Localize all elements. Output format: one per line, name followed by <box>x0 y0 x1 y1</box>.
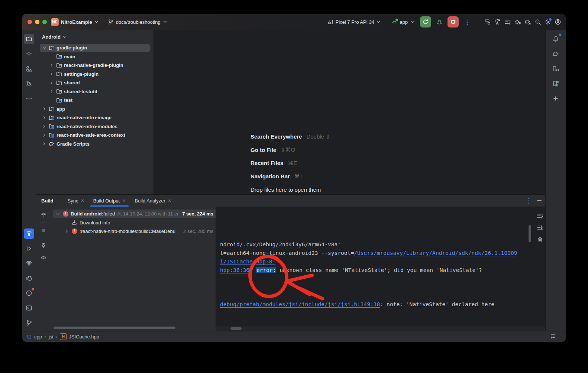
tool-window-button-more-tools[interactable] <box>22 91 36 106</box>
gradlesm-icon <box>49 141 55 147</box>
branch-icon <box>108 19 114 25</box>
debug-button[interactable] <box>434 17 445 27</box>
hide-panel-button[interactable] <box>537 200 542 201</box>
breadcrumb-cpp[interactable]: cpp <box>27 334 42 340</box>
tool-window-button-device-manager[interactable] <box>546 76 566 91</box>
tool-window-button-run[interactable] <box>22 241 36 256</box>
tool-window-button-commit[interactable] <box>22 46 36 61</box>
project-tree-item-react-native-nitro-image[interactable]: react-native-nitro-image <box>36 113 154 122</box>
project-tree-item-react-native-gradle-plugin[interactable]: react-native-gradle-plugin <box>36 61 154 70</box>
project-tree-item-app[interactable]: app <box>36 105 154 114</box>
horizontal-scrollbar[interactable] <box>54 327 175 329</box>
project-tree-item-test[interactable]: test <box>36 96 154 105</box>
tree-item-label: test <box>64 97 72 103</box>
more-actions-menu[interactable]: ⋮ <box>462 19 472 25</box>
device-selector[interactable]: Pixel 7 Pro API 34 <box>325 17 384 26</box>
tool-window-button-problems[interactable] <box>22 286 36 301</box>
vertical-scrollbar[interactable] <box>529 225 531 242</box>
recent-changes-button[interactable] <box>504 19 511 25</box>
breadcrumb-JSICache.hpp[interactable]: HJSICache.hpp <box>60 333 99 340</box>
libmodule-icon <box>49 123 55 129</box>
minimize-window-button[interactable] <box>35 20 39 24</box>
tool-window-button-logcat[interactable] <box>22 271 36 286</box>
module-icon <box>49 45 55 51</box>
close-icon[interactable]: ✕ <box>122 198 126 203</box>
project-badge: NE <box>51 18 59 26</box>
tool-window-button-running-devices[interactable] <box>546 61 566 76</box>
module-icon <box>56 71 62 77</box>
close-icon[interactable]: ✕ <box>168 198 171 203</box>
build-tree-row[interactable]: ! :react-native-nitro-modules:buildCMake… <box>51 227 216 236</box>
tool-window-button-app-quality-insights[interactable] <box>22 256 36 271</box>
eye-button[interactable] <box>39 253 48 263</box>
pin-icon <box>41 243 46 249</box>
stopfilled-icon <box>41 227 46 233</box>
tool-window-button-build[interactable] <box>22 226 36 241</box>
tool-window-button-gradle[interactable] <box>546 46 566 61</box>
build-tree-row[interactable]: ! Build android: failed At 14.10.24, 12:… <box>51 210 216 218</box>
build-tab-sync[interactable]: Sync✕ <box>63 195 89 207</box>
hammer-button[interactable] <box>39 210 48 220</box>
tool-window-button-pull-requests[interactable] <box>22 76 36 91</box>
rerun-button[interactable] <box>420 16 431 27</box>
close-window-button[interactable] <box>28 20 32 24</box>
zoom-window-button[interactable] <box>42 20 47 24</box>
project-tree-item-settings-plugin[interactable]: settings-plugin <box>36 70 154 79</box>
apply-changes-button[interactable] <box>494 19 501 25</box>
search-everywhere-button[interactable] <box>534 19 541 25</box>
build-tree-row[interactable]: Download info <box>51 218 216 227</box>
close-icon[interactable]: ✕ <box>81 198 84 203</box>
branch-widget[interactable]: docs/troubleshooting <box>105 17 170 26</box>
project-tree-item-gradle-plugin[interactable]: gradle-plugin <box>36 43 154 52</box>
tool-window-button-resource-manager[interactable] <box>22 61 36 76</box>
stopfilled-button[interactable] <box>39 226 48 235</box>
build-project-button[interactable] <box>484 19 491 25</box>
breadcrumb-jsi[interactable]: jsi <box>49 334 53 340</box>
run-configuration-selector[interactable]: app <box>389 17 417 26</box>
console-link[interactable]: hpp:36:36 <box>220 267 249 273</box>
tab-label: Sync <box>68 198 78 204</box>
problems-icon <box>26 290 32 296</box>
titlebar-toolbar <box>484 19 561 25</box>
project-view-selector[interactable]: Android <box>36 30 154 43</box>
sync-gradle-button[interactable] <box>524 19 531 25</box>
settings-button[interactable] <box>545 19 551 25</box>
project-tree-item-shared[interactable]: shared <box>36 78 154 87</box>
console-link[interactable]: i/JSICache.hpp:8: <box>220 258 275 265</box>
project-tree-item-react-native-safe-area-context[interactable]: react-native-safe-area-context <box>36 131 154 140</box>
console-horizontal-scrollbar[interactable] <box>230 327 242 330</box>
softwrap-button[interactable] <box>537 213 543 221</box>
account-button[interactable] <box>555 19 561 25</box>
shortcut-hint: Go to File⇧⌘O <box>251 143 330 157</box>
tool-window-button-notifications[interactable] <box>546 32 566 46</box>
project-tree-item-shared-testutil[interactable]: shared-testutil <box>36 87 154 96</box>
run-config-name: app <box>400 19 408 25</box>
stop-button[interactable] <box>448 16 459 27</box>
scrollend-button[interactable] <box>537 224 543 233</box>
console-text: ndroid/.cxx/Debug/2nd4i3y6/arm64-v8a' <box>220 241 341 247</box>
event-log-icon[interactable] <box>550 334 556 340</box>
tool-window-button-terminal[interactable] <box>22 301 36 315</box>
profile-app-button[interactable] <box>514 19 521 25</box>
project-tree-item-main[interactable]: main <box>36 52 154 61</box>
chevron-down-icon <box>55 211 61 217</box>
build-tab-build-output[interactable]: Build Output✕ <box>89 195 130 207</box>
project-tree-item-Gradle Scripts[interactable]: Gradle Scripts <box>36 140 154 149</box>
module-icon <box>56 97 62 103</box>
build-tab-build-analyzer[interactable]: Build Analyzer✕ <box>130 195 176 207</box>
project-widget[interactable]: NE NitroExample <box>48 17 101 27</box>
build-panel-header: Build Sync✕ Build Output✕ Build Analyzer… <box>36 195 545 207</box>
rerun-icon <box>422 19 429 25</box>
softwrap-icon <box>537 213 543 219</box>
tool-window-button-gemini[interactable] <box>546 91 566 106</box>
tool-window-button-version-control[interactable] <box>22 315 36 330</box>
console-link[interactable]: debug/prefab/modules/jsi/include/jsi/jsi… <box>220 301 380 307</box>
tool-window-button-project[interactable] <box>22 32 36 46</box>
window-controls <box>28 14 47 30</box>
trash-button[interactable] <box>537 236 543 244</box>
console-link[interactable]: /Users/mrousavy/Library/Android/sdk/ndk/… <box>354 250 517 256</box>
pin-button[interactable] <box>39 241 48 250</box>
project-tree-item-react-native-nitro-modules[interactable]: react-native-nitro-modules <box>36 122 154 131</box>
build-options-menu[interactable]: ⋮ <box>526 198 532 204</box>
project-icon <box>26 36 32 42</box>
